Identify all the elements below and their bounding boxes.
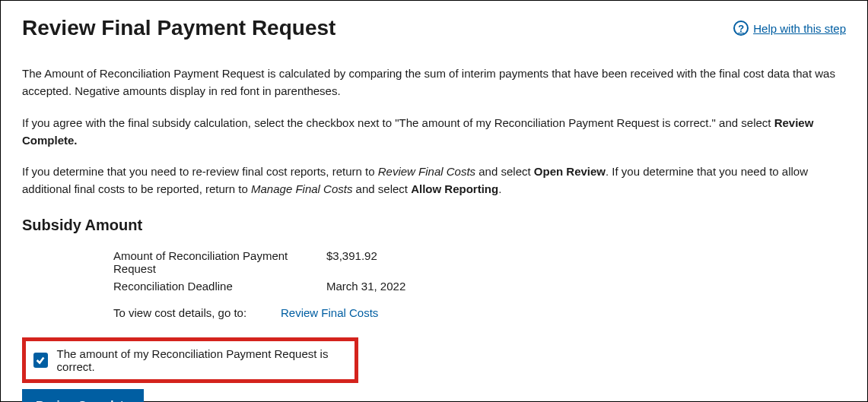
header-row: Review Final Payment Request ? Help with…	[22, 16, 846, 65]
deadline-row: Reconciliation Deadline March 31, 2022	[22, 280, 846, 293]
intro-p3-h: Allow Reporting	[411, 182, 498, 195]
question-icon: ?	[733, 21, 749, 36]
confirmation-checkbox[interactable]	[33, 353, 48, 368]
confirmation-checkbox-label: The amount of my Reconciliation Payment …	[57, 347, 347, 373]
deadline-label: Reconciliation Deadline	[22, 280, 326, 293]
details-label: To view cost details, go to:	[22, 306, 281, 319]
amount-value: $3,391.92	[326, 249, 517, 275]
checkbox-wrap: The amount of my Reconciliation Payment …	[33, 347, 347, 373]
intro-p2-text: If you agree with the final subsidy calc…	[22, 116, 774, 129]
intro-paragraph-2: If you agree with the final subsidy calc…	[22, 114, 846, 150]
details-row: To view cost details, go to: Review Fina…	[22, 306, 846, 319]
intro-paragraph-1: The Amount of Reconciliation Payment Req…	[22, 65, 846, 100]
intro-paragraph-3: If you determine that you need to re-rev…	[22, 163, 846, 198]
subsidy-heading: Subsidy Amount	[22, 217, 846, 234]
intro-p3-d: Open Review	[534, 165, 606, 178]
confirmation-highlight: The amount of my Reconciliation Payment …	[22, 337, 358, 383]
intro-p3-b: Review Final Costs	[378, 165, 475, 178]
intro-p3-f: Manage Final Costs	[251, 182, 352, 195]
amount-label: Amount of Reconciliation Payment Request	[22, 249, 326, 275]
button-row: Review Complete	[22, 389, 846, 403]
check-icon	[35, 355, 46, 366]
deadline-value: March 31, 2022	[326, 280, 517, 293]
review-complete-button[interactable]: Review Complete	[22, 389, 144, 403]
intro-p3-g: and select	[352, 182, 411, 195]
page-title: Review Final Payment Request	[22, 16, 335, 40]
help-link-label: Help with this step	[753, 22, 846, 35]
review-final-costs-link[interactable]: Review Final Costs	[281, 306, 378, 319]
intro-p3-i: .	[498, 182, 501, 195]
page-container: Review Final Payment Request ? Help with…	[0, 0, 868, 402]
help-link[interactable]: ? Help with this step	[733, 21, 846, 36]
amount-row: Amount of Reconciliation Payment Request…	[22, 249, 846, 275]
intro-p3-c: and select	[475, 165, 534, 178]
intro-p3-a: If you determine that you need to re-rev…	[22, 165, 378, 178]
